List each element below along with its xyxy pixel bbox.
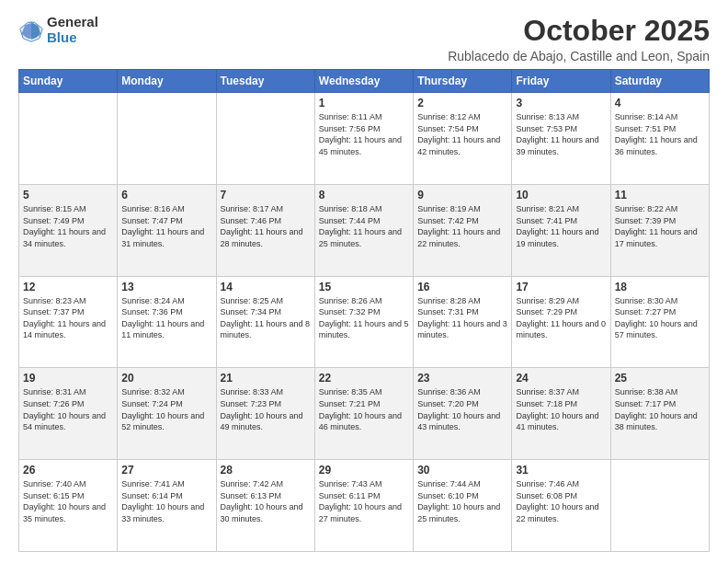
col-friday: Friday: [512, 70, 610, 93]
col-thursday: Thursday: [414, 70, 512, 93]
day-number: 26: [23, 464, 113, 477]
day-info: Sunrise: 8:25 AM Sunset: 7:34 PM Dayligh…: [221, 295, 311, 341]
calendar-cell: 26Sunrise: 7:40 AM Sunset: 6:15 PM Dayli…: [19, 460, 118, 552]
header: General Blue October 2025 Rublacedo de A…: [18, 15, 710, 63]
col-tuesday: Tuesday: [216, 70, 314, 93]
day-number: 13: [121, 281, 211, 293]
calendar-cell: 6Sunrise: 8:16 AM Sunset: 7:47 PM Daylig…: [118, 184, 216, 276]
calendar-cell: [610, 460, 709, 552]
day-info: Sunrise: 8:16 AM Sunset: 7:47 PM Dayligh…: [121, 203, 211, 249]
day-number: 31: [516, 464, 606, 477]
day-info: Sunrise: 8:28 AM Sunset: 7:31 PM Dayligh…: [417, 295, 507, 341]
calendar-header-row: Sunday Monday Tuesday Wednesday Thursday…: [19, 70, 710, 93]
calendar-table: Sunday Monday Tuesday Wednesday Thursday…: [18, 69, 710, 552]
day-info: Sunrise: 8:36 AM Sunset: 7:20 PM Dayligh…: [417, 386, 507, 432]
calendar-cell: 13Sunrise: 8:24 AM Sunset: 7:36 PM Dayli…: [118, 276, 216, 368]
calendar-week-row: 5Sunrise: 8:15 AM Sunset: 7:49 PM Daylig…: [19, 184, 710, 276]
day-info: Sunrise: 7:44 AM Sunset: 6:10 PM Dayligh…: [417, 478, 507, 524]
location-subtitle: Rublacedo de Abajo, Castille and Leon, S…: [448, 49, 710, 63]
calendar-cell: 3Sunrise: 8:13 AM Sunset: 7:53 PM Daylig…: [512, 93, 610, 185]
calendar-cell: 27Sunrise: 7:41 AM Sunset: 6:14 PM Dayli…: [118, 460, 216, 552]
calendar-cell: 23Sunrise: 8:36 AM Sunset: 7:20 PM Dayli…: [414, 368, 512, 460]
col-sunday: Sunday: [19, 70, 118, 93]
day-number: 19: [23, 372, 113, 385]
calendar-cell: 31Sunrise: 7:46 AM Sunset: 6:08 PM Dayli…: [512, 460, 610, 552]
logo: General Blue: [18, 15, 98, 45]
day-number: 27: [121, 464, 211, 477]
calendar-cell: 15Sunrise: 8:26 AM Sunset: 7:32 PM Dayli…: [314, 276, 413, 368]
day-number: 30: [417, 464, 507, 477]
day-number: 7: [221, 189, 311, 201]
day-number: 3: [516, 97, 606, 109]
title-block: October 2025 Rublacedo de Abajo, Castill…: [448, 15, 710, 63]
day-info: Sunrise: 8:13 AM Sunset: 7:53 PM Dayligh…: [516, 111, 606, 157]
calendar-cell: 21Sunrise: 8:33 AM Sunset: 7:23 PM Dayli…: [216, 368, 314, 460]
calendar-cell: 4Sunrise: 8:14 AM Sunset: 7:51 PM Daylig…: [610, 93, 709, 185]
day-number: 29: [319, 464, 409, 477]
day-info: Sunrise: 8:17 AM Sunset: 7:46 PM Dayligh…: [221, 203, 311, 249]
day-info: Sunrise: 7:42 AM Sunset: 6:13 PM Dayligh…: [221, 478, 311, 524]
day-info: Sunrise: 8:22 AM Sunset: 7:39 PM Dayligh…: [615, 203, 705, 249]
day-info: Sunrise: 8:35 AM Sunset: 7:21 PM Dayligh…: [319, 386, 409, 432]
logo-general-text: General: [47, 15, 98, 30]
calendar-cell: 9Sunrise: 8:19 AM Sunset: 7:42 PM Daylig…: [414, 184, 512, 276]
day-info: Sunrise: 8:23 AM Sunset: 7:37 PM Dayligh…: [23, 295, 113, 341]
calendar-cell: 20Sunrise: 8:32 AM Sunset: 7:24 PM Dayli…: [118, 368, 216, 460]
day-number: 23: [417, 372, 507, 385]
calendar-cell: 14Sunrise: 8:25 AM Sunset: 7:34 PM Dayli…: [216, 276, 314, 368]
day-number: 5: [23, 189, 113, 201]
calendar-cell: 1Sunrise: 8:11 AM Sunset: 7:56 PM Daylig…: [314, 93, 413, 185]
day-number: 21: [221, 372, 311, 385]
col-wednesday: Wednesday: [314, 70, 413, 93]
day-number: 11: [615, 189, 705, 201]
day-info: Sunrise: 8:32 AM Sunset: 7:24 PM Dayligh…: [121, 386, 211, 432]
day-number: 14: [221, 281, 311, 293]
calendar-cell: 30Sunrise: 7:44 AM Sunset: 6:10 PM Dayli…: [414, 460, 512, 552]
day-info: Sunrise: 8:14 AM Sunset: 7:51 PM Dayligh…: [615, 111, 705, 157]
day-info: Sunrise: 8:31 AM Sunset: 7:26 PM Dayligh…: [23, 386, 113, 432]
day-number: 25: [615, 372, 705, 385]
day-number: 24: [516, 372, 606, 385]
day-info: Sunrise: 8:12 AM Sunset: 7:54 PM Dayligh…: [417, 111, 507, 157]
calendar-cell: [19, 93, 118, 185]
day-number: 10: [516, 189, 606, 201]
day-number: 20: [121, 372, 211, 385]
col-saturday: Saturday: [610, 70, 709, 93]
day-info: Sunrise: 8:30 AM Sunset: 7:27 PM Dayligh…: [615, 295, 705, 341]
day-info: Sunrise: 8:11 AM Sunset: 7:56 PM Dayligh…: [319, 111, 409, 157]
day-info: Sunrise: 7:40 AM Sunset: 6:15 PM Dayligh…: [23, 478, 113, 524]
calendar-cell: [216, 93, 314, 185]
day-info: Sunrise: 8:33 AM Sunset: 7:23 PM Dayligh…: [221, 386, 311, 432]
day-number: 15: [319, 281, 409, 293]
calendar-cell: 24Sunrise: 8:37 AM Sunset: 7:18 PM Dayli…: [512, 368, 610, 460]
calendar-cell: 11Sunrise: 8:22 AM Sunset: 7:39 PM Dayli…: [610, 184, 709, 276]
calendar-cell: 29Sunrise: 7:43 AM Sunset: 6:11 PM Dayli…: [314, 460, 413, 552]
day-info: Sunrise: 7:41 AM Sunset: 6:14 PM Dayligh…: [121, 478, 211, 524]
calendar-cell: 7Sunrise: 8:17 AM Sunset: 7:46 PM Daylig…: [216, 184, 314, 276]
day-info: Sunrise: 8:29 AM Sunset: 7:29 PM Dayligh…: [516, 295, 606, 341]
day-number: 22: [319, 372, 409, 385]
calendar-cell: 8Sunrise: 8:18 AM Sunset: 7:44 PM Daylig…: [314, 184, 413, 276]
day-number: 12: [23, 281, 113, 293]
calendar-cell: 22Sunrise: 8:35 AM Sunset: 7:21 PM Dayli…: [314, 368, 413, 460]
day-number: 18: [615, 281, 705, 293]
logo-text: General Blue: [47, 15, 98, 45]
day-info: Sunrise: 8:26 AM Sunset: 7:32 PM Dayligh…: [319, 295, 409, 341]
day-info: Sunrise: 8:18 AM Sunset: 7:44 PM Dayligh…: [319, 203, 409, 249]
day-number: 6: [121, 189, 211, 201]
calendar-cell: 5Sunrise: 8:15 AM Sunset: 7:49 PM Daylig…: [19, 184, 118, 276]
calendar-week-row: 26Sunrise: 7:40 AM Sunset: 6:15 PM Dayli…: [19, 460, 710, 552]
day-info: Sunrise: 8:24 AM Sunset: 7:36 PM Dayligh…: [121, 295, 211, 341]
day-info: Sunrise: 8:21 AM Sunset: 7:41 PM Dayligh…: [516, 203, 606, 249]
day-number: 9: [417, 189, 507, 201]
page: General Blue October 2025 Rublacedo de A…: [0, 0, 728, 563]
day-info: Sunrise: 7:43 AM Sunset: 6:11 PM Dayligh…: [319, 478, 409, 524]
day-info: Sunrise: 8:38 AM Sunset: 7:17 PM Dayligh…: [615, 386, 705, 432]
calendar-cell: 25Sunrise: 8:38 AM Sunset: 7:17 PM Dayli…: [610, 368, 709, 460]
day-number: 1: [319, 97, 409, 109]
calendar-cell: 18Sunrise: 8:30 AM Sunset: 7:27 PM Dayli…: [610, 276, 709, 368]
calendar-week-row: 19Sunrise: 8:31 AM Sunset: 7:26 PM Dayli…: [19, 368, 710, 460]
calendar-cell: 12Sunrise: 8:23 AM Sunset: 7:37 PM Dayli…: [19, 276, 118, 368]
logo-icon: [18, 17, 44, 43]
calendar-cell: 2Sunrise: 8:12 AM Sunset: 7:54 PM Daylig…: [414, 93, 512, 185]
